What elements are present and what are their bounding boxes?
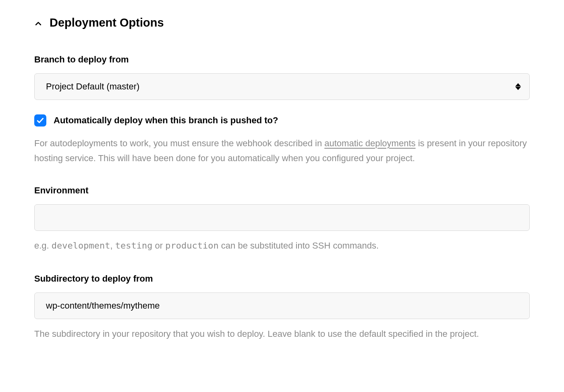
environment-hint-prefix: e.g. <box>34 241 52 251</box>
environment-hint-sep2: or <box>152 241 165 251</box>
branch-label: Branch to deploy from <box>34 53 530 66</box>
auto-deploy-checkbox[interactable] <box>34 114 46 127</box>
subdirectory-hint: The subdirectory in your repository that… <box>34 326 530 341</box>
environment-hint-code1: development <box>52 241 110 251</box>
environment-label: Environment <box>34 184 530 197</box>
chevron-up-icon <box>34 19 42 27</box>
environment-field-group: Environment e.g. development, testing or… <box>34 184 530 253</box>
branch-select[interactable]: Project Default (master) <box>34 73 530 100</box>
branch-select-wrap: Project Default (master) <box>34 73 530 100</box>
environment-hint-code2: testing <box>115 241 153 251</box>
subdirectory-input[interactable] <box>34 292 530 319</box>
auto-deploy-label: Automatically deploy when this branch is… <box>54 114 278 127</box>
subdirectory-field-group: Subdirectory to deploy from The subdirec… <box>34 272 530 341</box>
branch-field-group: Branch to deploy from Project Default (m… <box>34 53 530 100</box>
check-icon <box>36 116 44 124</box>
environment-hint: e.g. development, testing or production … <box>34 238 530 253</box>
section-header[interactable]: Deployment Options <box>34 14 530 31</box>
environment-hint-sep1: , <box>110 241 115 251</box>
section-title: Deployment Options <box>50 14 164 31</box>
environment-hint-suffix: can be substituted into SSH commands. <box>219 241 379 251</box>
environment-hint-code3: production <box>165 241 218 251</box>
environment-input[interactable] <box>34 204 530 231</box>
auto-deploy-row: Automatically deploy when this branch is… <box>34 114 530 127</box>
subdirectory-label: Subdirectory to deploy from <box>34 272 530 285</box>
automatic-deployments-link[interactable]: automatic deployments <box>324 138 415 148</box>
auto-deploy-help-prefix: For autodeployments to work, you must en… <box>34 138 324 148</box>
auto-deploy-help: For autodeployments to work, you must en… <box>34 136 530 166</box>
